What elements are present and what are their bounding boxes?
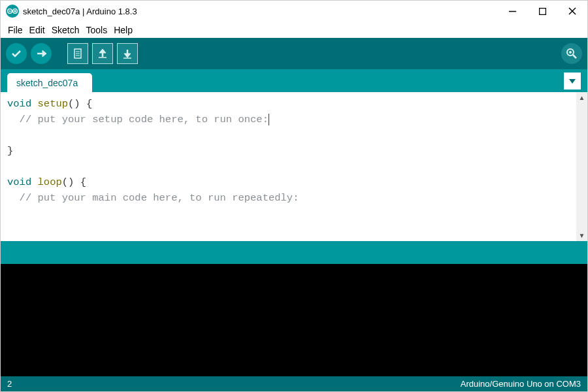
- console-output[interactable]: [1, 264, 587, 376]
- svg-point-23: [570, 52, 572, 54]
- line-number: 2: [7, 379, 12, 389]
- title-bar: sketch_dec07a | Arduino 1.8.3: [1, 1, 587, 22]
- vertical-scrollbar[interactable]: ▲ ▼: [576, 92, 587, 241]
- code-text: () {: [68, 98, 92, 110]
- new-button[interactable]: [67, 43, 88, 64]
- close-button[interactable]: [557, 1, 587, 22]
- footer-bar: 2 Arduino/Genuino Uno on COM3: [1, 376, 587, 391]
- menu-file[interactable]: File: [5, 25, 26, 35]
- verify-button[interactable]: [6, 43, 27, 64]
- scroll-up-icon[interactable]: ▲: [579, 94, 585, 101]
- arduino-logo-icon: [6, 5, 19, 18]
- text-cursor: [269, 114, 269, 125]
- window-title: sketch_dec07a | Arduino 1.8.3: [23, 7, 137, 16]
- editor-area: void setup() { // put your setup code he…: [1, 92, 587, 241]
- maximize-button[interactable]: [527, 1, 557, 22]
- code-comment: // put your main code here, to run repea…: [7, 192, 299, 204]
- code-editor[interactable]: void setup() { // put your setup code he…: [1, 92, 576, 241]
- svg-marker-16: [99, 49, 106, 53]
- code-comment: // put your setup code here, to run once…: [7, 114, 269, 125]
- svg-marker-24: [569, 79, 576, 84]
- scroll-down-icon[interactable]: ▼: [579, 232, 585, 239]
- upload-button[interactable]: [31, 43, 52, 64]
- serial-monitor-button[interactable]: [561, 43, 582, 64]
- code-function: setup: [38, 98, 69, 110]
- minimize-button[interactable]: [497, 1, 527, 22]
- menu-edit[interactable]: Edit: [26, 25, 48, 35]
- svg-marker-10: [42, 50, 46, 57]
- code-text: }: [7, 145, 13, 157]
- svg-rect-6: [539, 8, 546, 14]
- save-button[interactable]: [117, 43, 138, 64]
- menu-sketch[interactable]: Sketch: [48, 25, 83, 35]
- menu-help[interactable]: Help: [110, 25, 136, 35]
- code-function: loop: [38, 176, 62, 188]
- tab-menu-button[interactable]: [564, 73, 581, 90]
- status-strip: [1, 241, 587, 264]
- tab-bar: sketch_dec07a: [1, 69, 587, 92]
- board-info: Arduino/Genuino Uno on COM3: [461, 379, 581, 389]
- code-keyword: void: [7, 98, 31, 110]
- open-button[interactable]: [92, 43, 113, 64]
- svg-marker-19: [124, 54, 131, 57]
- toolbar: [1, 38, 587, 69]
- menu-tools[interactable]: Tools: [83, 25, 111, 35]
- code-keyword: void: [7, 176, 31, 188]
- svg-line-22: [573, 55, 576, 58]
- tab-sketch[interactable]: sketch_dec07a: [7, 73, 92, 92]
- code-text: () {: [62, 176, 86, 188]
- menu-bar: File Edit Sketch Tools Help: [1, 22, 587, 38]
